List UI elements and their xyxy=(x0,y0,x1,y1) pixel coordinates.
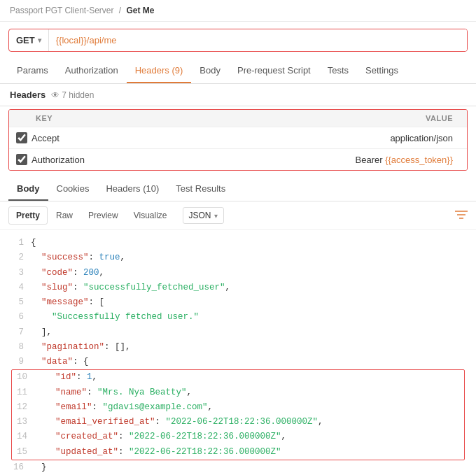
code-line: 4 "slug": "successfully_fetched_user", xyxy=(10,281,466,295)
col-key-header: KEY xyxy=(36,114,244,122)
method-label: GET xyxy=(16,35,35,45)
breadcrumb-current: Get Me xyxy=(127,6,155,15)
json-format-label: JSON xyxy=(189,211,211,220)
table-row: Authorization Bearer {{access_token}} xyxy=(9,148,467,170)
eye-icon: 👁 xyxy=(51,90,59,100)
header-checkbox-1[interactable] xyxy=(16,132,27,143)
code-line: 8 "pagination": [], xyxy=(10,340,466,355)
code-line: 14 "created_at": "2022-06-22T18:22:36.00… xyxy=(12,430,464,444)
filter-icon[interactable] xyxy=(455,210,468,222)
json-format-select[interactable]: JSON ▾ xyxy=(183,207,224,224)
tab-headers[interactable]: Headers (9) xyxy=(127,59,192,83)
resp-format-pretty[interactable]: Pretty xyxy=(8,206,48,225)
headers-table-header: KEY VALUE xyxy=(9,110,467,127)
code-line: 5 "message": [ xyxy=(10,295,466,310)
hidden-count: 👁 7 hidden xyxy=(51,90,94,100)
resp-tab-cookies[interactable]: Cookies xyxy=(48,178,98,201)
resp-tab-test-results[interactable]: Test Results xyxy=(167,178,234,201)
header-key-2: Authorization xyxy=(31,155,242,165)
header-checkbox-2[interactable] xyxy=(16,154,27,165)
tab-tests[interactable]: Tests xyxy=(319,59,357,83)
breadcrumb-sep: / xyxy=(119,6,121,15)
method-select[interactable]: GET ▾ xyxy=(9,29,49,51)
response-tabs: Body Cookies Headers (10) Test Results xyxy=(0,178,476,201)
header-value-2: Bearer {{access_token}} xyxy=(242,155,460,165)
highlighted-data-block: 10 "id": 1, 11 "name": "Mrs. Nya Beatty"… xyxy=(11,369,465,460)
code-line: 15 "updated_at": "2022-06-22T18:22:36.00… xyxy=(12,445,464,460)
response-toolbar: Pretty Raw Preview Visualize JSON ▾ xyxy=(0,201,476,230)
code-line: 11 "name": "Mrs. Nya Beatty", xyxy=(12,385,464,400)
url-bar: GET ▾ xyxy=(8,29,468,52)
code-line: 1{ xyxy=(10,236,466,250)
breadcrumb-parent[interactable]: Passport PGT Client-Server xyxy=(10,6,114,15)
code-line: 9 "data": { xyxy=(10,355,466,369)
resp-format-visualize[interactable]: Visualize xyxy=(127,207,174,224)
headers-label: Headers xyxy=(10,90,46,100)
url-input[interactable] xyxy=(49,29,467,51)
tab-settings[interactable]: Settings xyxy=(357,59,407,83)
headers-table: KEY VALUE Accept application/json Author… xyxy=(8,109,468,171)
col-value-header: VALUE xyxy=(244,114,460,122)
headers-section-bar: Headers 👁 7 hidden xyxy=(0,84,476,106)
tab-params[interactable]: Params xyxy=(8,59,57,83)
table-row: Accept application/json xyxy=(9,127,467,148)
breadcrumb: Passport PGT Client-Server / Get Me xyxy=(0,0,476,22)
caret-icon: ▾ xyxy=(38,36,41,44)
tab-pre-request[interactable]: Pre-request Script xyxy=(229,59,319,83)
hidden-count-text: 7 hidden xyxy=(62,90,94,100)
code-line: 2 "success": true, xyxy=(10,250,466,265)
header-value-1: application/json xyxy=(242,133,460,143)
request-tabs: Params Authorization Headers (9) Body Pr… xyxy=(0,59,476,84)
code-line: 16 } xyxy=(10,460,466,475)
resp-format-preview[interactable]: Preview xyxy=(81,207,125,224)
code-line: 12 "email": "gdavis@example.com", xyxy=(12,400,464,415)
tab-authorization[interactable]: Authorization xyxy=(57,59,127,83)
code-line: 10 "id": 1, xyxy=(12,370,464,385)
resp-tab-headers[interactable]: Headers (10) xyxy=(97,178,167,201)
code-line: 3 "code": 200, xyxy=(10,266,466,281)
code-line: 6 "Successfully fetched user." xyxy=(10,310,466,325)
code-line: 13 "email_verified_at": "2022-06-22T18:2… xyxy=(12,415,464,430)
resp-tab-body[interactable]: Body xyxy=(8,178,48,201)
json-caret-icon: ▾ xyxy=(214,212,218,220)
resp-format-raw[interactable]: Raw xyxy=(49,207,80,224)
header-key-1: Accept xyxy=(31,133,242,143)
code-body: 1{ 2 "success": true, 3 "code": 200, 4 "… xyxy=(0,230,476,475)
tab-body[interactable]: Body xyxy=(191,59,229,83)
code-line: 7 ], xyxy=(10,325,466,340)
